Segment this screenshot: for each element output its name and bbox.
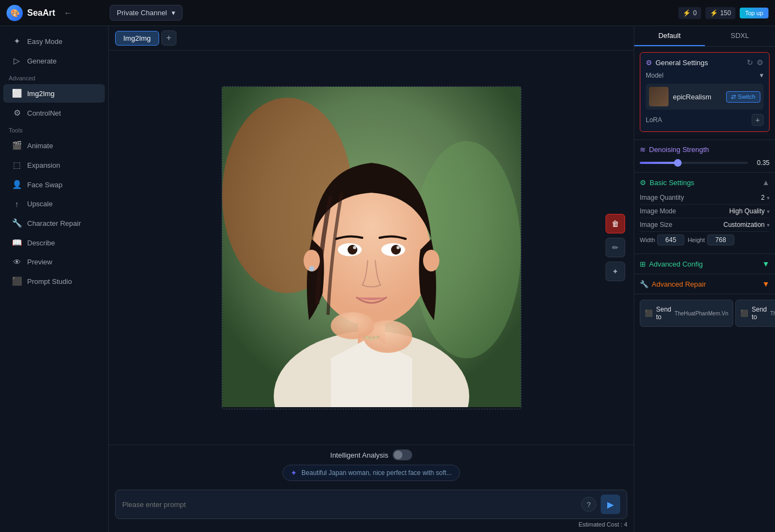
sidebar-tools-section: Tools xyxy=(0,123,108,136)
canvas-tab-img2img[interactable]: Img2Img xyxy=(115,31,159,46)
sidebar-item-preview[interactable]: 👁 Preview xyxy=(3,253,105,271)
advanced-config-header: ⊞ Advanced Config ▼ xyxy=(640,259,770,268)
svg-point-13 xyxy=(353,246,356,249)
top-bar: 🎨 SeaArt ← Private Channel ▾ ⚡ 0 ⚡ 150 T… xyxy=(0,0,775,26)
image-mode-label: Image Mode xyxy=(640,207,676,215)
lightning-blue-icon: ⚡ xyxy=(683,9,691,17)
send-button[interactable]: ▶ xyxy=(601,495,620,514)
suggestion-icon: ✦ xyxy=(291,468,297,477)
send-to-button-1[interactable]: ⬛ Send to TheHuatPhanMem.Vn xyxy=(640,300,733,327)
sidebar-easy-mode-label: Easy Mode xyxy=(27,37,62,46)
channel-name: Private Channel xyxy=(117,9,167,17)
sidebar-item-animate[interactable]: 🎬 Animate xyxy=(3,136,105,155)
svg-point-7 xyxy=(423,250,439,271)
intelligent-analysis-row: Intelligent Analysis xyxy=(115,449,627,460)
refresh-icon[interactable]: ↻ xyxy=(747,58,753,67)
denoising-slider[interactable] xyxy=(640,162,748,164)
model-thumb-image xyxy=(649,87,669,106)
add-tab-button[interactable]: + xyxy=(161,30,177,46)
canvas-tools: 🗑 ✏ ✦ xyxy=(606,214,625,281)
width-label: Width xyxy=(640,237,655,243)
canvas-container: 🗑 ✏ ✦ xyxy=(109,50,634,445)
sparkle-button[interactable]: ✦ xyxy=(606,262,625,281)
switch-label: Switch xyxy=(738,93,755,100)
model-name: epicRealism xyxy=(673,93,722,101)
sidebar-item-img2img[interactable]: ⬜ Img2Img xyxy=(3,84,105,103)
sidebar-item-controlnet[interactable]: ⚙ ControlNet xyxy=(3,104,105,122)
send-to-button-2[interactable]: ⬛ Send to TheHuatPhanMem.Vn xyxy=(735,300,775,327)
intelligent-analysis-label: Intelligent Analysis xyxy=(330,451,388,459)
image-mode-dropdown[interactable]: High Quality ▾ xyxy=(729,207,770,215)
width-input[interactable]: 645 xyxy=(657,235,684,245)
bottom-area: Intelligent Analysis ✦ Beautiful Japan w… xyxy=(109,445,634,532)
sidebar-character-repair-label: Character Repair xyxy=(27,219,81,227)
sidebar-item-upscale[interactable]: ↑ Upscale xyxy=(3,195,105,213)
advanced-repair-icon: 🔧 xyxy=(640,280,648,288)
collapse-advanced-repair-button[interactable]: ▼ xyxy=(762,280,770,288)
sidebar-upscale-label: Upscale xyxy=(27,200,53,208)
sidebar-item-prompt-studio[interactable]: ⬛ Prompt Studio xyxy=(3,272,105,290)
lightning-yellow-icon: ⚡ xyxy=(710,9,718,17)
sidebar-item-face-swap[interactable]: 👤 Face Swap xyxy=(3,175,105,194)
sidebar-item-generate[interactable]: ▷ Generate xyxy=(3,52,105,70)
image-size-dropdown[interactable]: Customization ▾ xyxy=(723,221,770,229)
collapse-advanced-config-button[interactable]: ▼ xyxy=(762,259,770,268)
svg-point-17 xyxy=(366,336,369,339)
send-to-label-2: Send to xyxy=(752,306,767,321)
slider-fill xyxy=(640,162,678,164)
sidebar-item-describe[interactable]: 📖 Describe xyxy=(3,233,105,252)
switch-button[interactable]: ⇄ Switch xyxy=(726,91,760,103)
sidebar-item-expansion[interactable]: ⬚ Expansion xyxy=(3,156,105,174)
back-button[interactable]: ← xyxy=(64,8,73,18)
logo: 🎨 SeaArt ← xyxy=(7,5,110,21)
model-dropdown-arrow[interactable]: ▾ xyxy=(760,71,764,79)
denoising-title: Denoising Strength xyxy=(649,145,709,154)
controlnet-icon: ⚙ xyxy=(12,108,22,118)
intelligent-analysis-toggle[interactable] xyxy=(393,449,412,460)
tab-sdxl[interactable]: SDXL xyxy=(705,26,776,46)
sidebar: ✦ Easy Mode ▷ Generate Advanced ⬜ Img2Im… xyxy=(0,26,109,532)
sidebar-item-character-repair[interactable]: 🔧 Character Repair xyxy=(3,214,105,232)
advanced-repair-title: Advanced Repair xyxy=(652,280,706,288)
channel-dropdown-icon: ▾ xyxy=(172,9,175,17)
general-settings-panel: ⚙ General Settings ↻ ⚙ Model ▾ epicReali… xyxy=(634,47,775,140)
send-to-row: ⬛ Send to TheHuatPhanMem.Vn ⬛ Send to Th… xyxy=(634,294,775,332)
denoising-value: 0.35 xyxy=(753,159,770,167)
animate-icon: 🎬 xyxy=(12,141,22,150)
slider-thumb[interactable] xyxy=(674,159,682,167)
basic-settings-icon: ⚙ xyxy=(640,179,646,187)
basic-settings-section: ⚙ Basic Settings ▲ Image Quantity 2 ▾ Im… xyxy=(634,173,775,254)
general-settings-box: ⚙ General Settings ↻ ⚙ Model ▾ epicReali… xyxy=(640,52,770,132)
general-settings-title: General Settings xyxy=(656,59,708,67)
sidebar-advanced-section: Advanced xyxy=(0,71,108,84)
advanced-config-icon: ⊞ xyxy=(640,260,646,268)
generate-icon: ▷ xyxy=(12,56,22,66)
width-group: Width 645 xyxy=(640,235,684,245)
suggestion-text: Beautiful Japan woman, nice perfect face… xyxy=(301,469,452,477)
prompt-studio-icon: ⬛ xyxy=(12,276,22,286)
height-input[interactable]: 768 xyxy=(707,235,734,245)
sidebar-item-easy-mode[interactable]: ✦ Easy Mode xyxy=(3,32,105,50)
svg-point-8 xyxy=(309,266,314,271)
cost-row: Estimated Cost : 4 xyxy=(115,521,627,528)
sidebar-img2img-label: Img2Img xyxy=(27,90,55,98)
edit-button[interactable]: ✏ xyxy=(606,238,625,257)
easy-mode-icon: ✦ xyxy=(12,36,22,46)
lora-add-button[interactable]: + xyxy=(752,114,764,126)
prompt-input[interactable] xyxy=(122,501,577,509)
help-button[interactable]: ? xyxy=(581,497,596,512)
image-size-arrow: ▾ xyxy=(767,222,770,228)
sidebar-controlnet-label: ControlNet xyxy=(27,109,61,117)
channel-selector[interactable]: Private Channel ▾ xyxy=(110,5,182,21)
image-quantity-dropdown[interactable]: 2 ▾ xyxy=(761,194,770,201)
settings-icon[interactable]: ⚙ xyxy=(757,58,764,67)
preview-icon: 👁 xyxy=(12,257,22,267)
collapse-basic-button[interactable]: ▲ xyxy=(762,178,770,187)
tab-default[interactable]: Default xyxy=(634,26,705,46)
logo-icon: 🎨 xyxy=(7,5,23,21)
prompt-suggestion[interactable]: ✦ Beautiful Japan woman, nice perfect fa… xyxy=(282,465,460,481)
image-mode-value: High Quality xyxy=(729,207,765,215)
lightning-count-2: 150 xyxy=(720,9,731,17)
topup-button[interactable]: Top up xyxy=(740,8,768,18)
delete-button[interactable]: 🗑 xyxy=(606,214,625,233)
